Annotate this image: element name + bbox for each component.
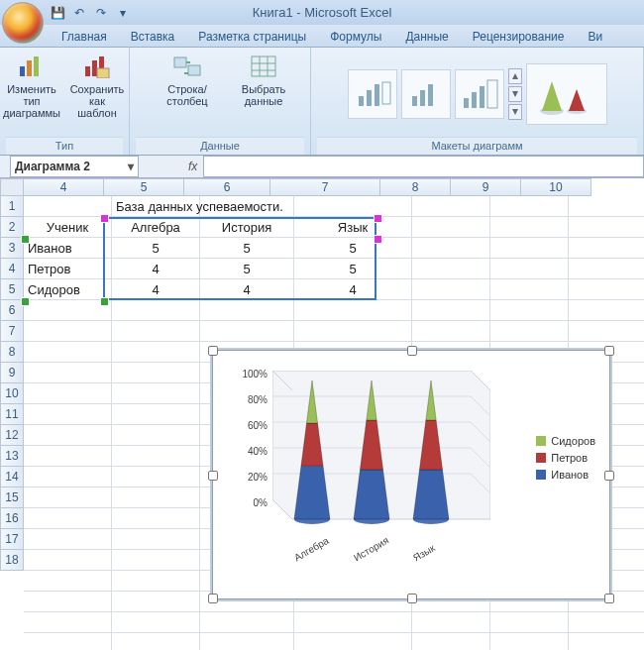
cell[interactable] bbox=[569, 259, 644, 279]
cell[interactable] bbox=[412, 238, 490, 259]
cell[interactable] bbox=[569, 238, 644, 259]
cell[interactable] bbox=[490, 612, 569, 633]
cell[interactable] bbox=[24, 467, 112, 488]
cell[interactable] bbox=[24, 383, 112, 404]
cell[interactable]: Язык bbox=[294, 217, 412, 238]
cell[interactable] bbox=[490, 321, 569, 342]
cell[interactable] bbox=[112, 342, 200, 363]
cell[interactable] bbox=[112, 633, 200, 650]
cell[interactable] bbox=[112, 592, 200, 612]
cell[interactable] bbox=[112, 508, 200, 529]
cell[interactable] bbox=[24, 300, 112, 321]
tab-insert[interactable]: Вставка bbox=[119, 27, 187, 47]
cell[interactable]: 4 bbox=[200, 279, 294, 300]
office-button[interactable] bbox=[2, 2, 44, 44]
cell[interactable] bbox=[412, 279, 490, 300]
column-header[interactable]: 9 bbox=[451, 178, 521, 196]
resize-handle[interactable] bbox=[604, 594, 614, 603]
cell[interactable] bbox=[24, 571, 112, 592]
column-header[interactable]: 10 bbox=[521, 178, 591, 196]
cell[interactable] bbox=[112, 612, 200, 633]
row-header[interactable]: 8 bbox=[0, 342, 24, 363]
cell[interactable]: 4 bbox=[112, 259, 200, 279]
tab-data[interactable]: Данные bbox=[393, 27, 460, 47]
cell[interactable] bbox=[569, 279, 644, 300]
row-header[interactable]: 17 bbox=[0, 529, 24, 550]
fx-icon[interactable]: fx bbox=[188, 160, 197, 173]
cell[interactable] bbox=[569, 217, 644, 238]
cell[interactable] bbox=[24, 633, 112, 650]
cell[interactable]: 4 bbox=[294, 279, 412, 300]
cell[interactable] bbox=[490, 259, 569, 279]
cell[interactable] bbox=[112, 529, 200, 550]
column-header[interactable]: 8 bbox=[380, 178, 451, 196]
qat-more-icon[interactable]: ▾ bbox=[115, 5, 131, 21]
tab-home[interactable]: Главная bbox=[50, 27, 119, 47]
change-chart-type-button[interactable]: Изменить тип диаграммы bbox=[3, 52, 60, 119]
column-header[interactable]: 6 bbox=[184, 178, 270, 196]
cell[interactable] bbox=[412, 321, 490, 342]
row-header[interactable]: 10 bbox=[0, 383, 24, 404]
cell[interactable]: 5 bbox=[294, 259, 412, 279]
cell[interactable] bbox=[24, 592, 112, 612]
cell[interactable] bbox=[294, 196, 412, 217]
cell[interactable] bbox=[24, 508, 112, 529]
cell[interactable]: 4 bbox=[112, 279, 200, 300]
cell[interactable] bbox=[24, 196, 112, 217]
gallery-down-icon[interactable]: ▾ bbox=[508, 86, 522, 102]
cell[interactable] bbox=[24, 488, 112, 508]
cell[interactable] bbox=[569, 612, 644, 633]
tab-view-truncated[interactable]: Ви bbox=[576, 27, 614, 47]
cell[interactable] bbox=[490, 633, 569, 650]
cell[interactable] bbox=[412, 217, 490, 238]
cell[interactable] bbox=[412, 633, 490, 650]
name-box[interactable]: Диаграмма 2 ▾ bbox=[10, 156, 139, 177]
cell[interactable] bbox=[24, 321, 112, 342]
undo-icon[interactable]: ↶ bbox=[71, 5, 87, 21]
plot-area[interactable] bbox=[272, 371, 490, 539]
cell[interactable] bbox=[412, 300, 490, 321]
layout-thumb[interactable] bbox=[401, 69, 451, 119]
cell[interactable]: 5 bbox=[112, 238, 200, 259]
row-header[interactable]: 11 bbox=[0, 404, 24, 425]
dropdown-icon[interactable]: ▾ bbox=[128, 160, 134, 173]
cell[interactable] bbox=[112, 321, 200, 342]
row-header[interactable]: 4 bbox=[0, 259, 24, 279]
chart-layouts-gallery[interactable]: ▴ ▾ ▾ bbox=[344, 52, 611, 137]
resize-handle[interactable] bbox=[604, 471, 614, 481]
column-header[interactable]: 7 bbox=[270, 178, 380, 196]
cell[interactable] bbox=[24, 529, 112, 550]
cell[interactable] bbox=[412, 196, 490, 217]
tab-page-layout[interactable]: Разметка страницы bbox=[186, 27, 318, 47]
resize-handle[interactable] bbox=[407, 346, 417, 356]
resize-handle[interactable] bbox=[208, 471, 218, 481]
cell[interactable] bbox=[24, 425, 112, 446]
row-header[interactable]: 1 bbox=[0, 196, 24, 217]
cell[interactable] bbox=[112, 300, 200, 321]
cell[interactable] bbox=[24, 342, 112, 363]
row-header[interactable]: 15 bbox=[0, 488, 24, 508]
cell[interactable]: Сидоров bbox=[24, 279, 112, 300]
cell[interactable] bbox=[490, 196, 569, 217]
cell[interactable] bbox=[112, 425, 200, 446]
cell[interactable] bbox=[24, 363, 112, 383]
resize-handle[interactable] bbox=[208, 346, 218, 356]
formula-input[interactable] bbox=[203, 156, 644, 177]
cell[interactable]: История bbox=[200, 217, 294, 238]
layout-preview[interactable] bbox=[526, 63, 607, 125]
gallery-up-icon[interactable]: ▴ bbox=[508, 68, 522, 84]
column-header[interactable]: 5 bbox=[104, 178, 184, 196]
cell[interactable] bbox=[112, 488, 200, 508]
cell[interactable] bbox=[294, 612, 412, 633]
cell[interactable] bbox=[569, 633, 644, 650]
cell[interactable]: 5 bbox=[200, 259, 294, 279]
row-header[interactable]: 16 bbox=[0, 508, 24, 529]
cell[interactable] bbox=[200, 321, 294, 342]
cell[interactable] bbox=[24, 550, 112, 571]
cell[interactable] bbox=[200, 196, 294, 217]
gallery-more-icon[interactable]: ▾ bbox=[508, 104, 522, 120]
cone-series[interactable] bbox=[287, 371, 337, 529]
cell[interactable] bbox=[24, 404, 112, 425]
tab-formulas[interactable]: Формулы bbox=[318, 27, 393, 47]
row-header[interactable]: 12 bbox=[0, 425, 24, 446]
